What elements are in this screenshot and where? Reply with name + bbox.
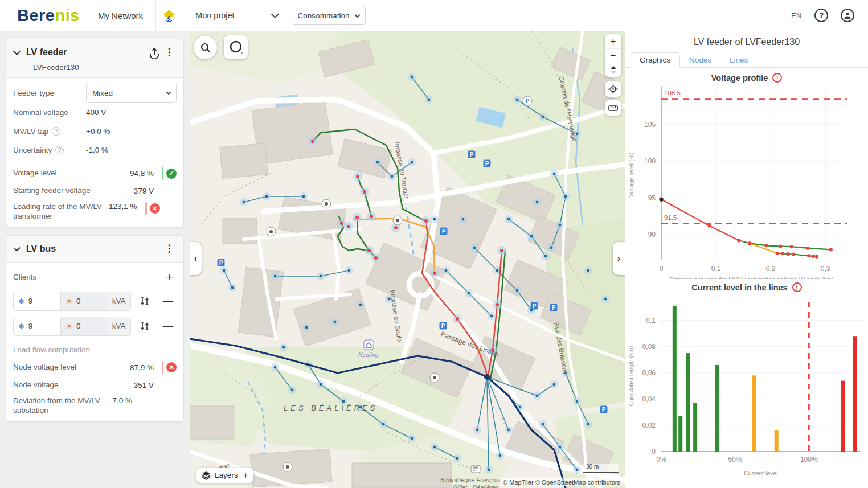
result-value: 351 V (134, 381, 154, 389)
app-logo[interactable]: Berenis (17, 6, 80, 25)
more-options-button[interactable]: ⋮ (162, 45, 177, 60)
collapse-chevron-icon[interactable] (13, 48, 21, 55)
collapse-left-panel-handle[interactable]: ‹ (190, 242, 202, 275)
load-flow-label: Load flow computation (13, 346, 177, 354)
map-scale-bar: 30 m (583, 464, 619, 473)
export-button[interactable] (147, 45, 162, 60)
svg-text:P: P (526, 98, 530, 104)
substation-home-button[interactable] (157, 4, 181, 27)
current-level-chart: 00,020,040,060,080,10%50%100%Current lev… (625, 292, 868, 480)
svg-text:LES BÉALIÈRES: LES BÉALIÈRES (284, 404, 378, 412)
kebab-icon: ⋮ (165, 247, 174, 251)
help-button[interactable]: ? (814, 9, 828, 22)
map-zoom-controls: + − (605, 34, 621, 77)
zoom-out-button[interactable]: − (605, 48, 621, 63)
mv-lv-substation-node[interactable] (484, 374, 490, 380)
feeder-type-value: Mixed (92, 89, 113, 97)
svg-text:P: P (533, 303, 537, 309)
client-settings-button[interactable] (139, 296, 150, 307)
zoom-in-button[interactable]: + (605, 34, 621, 48)
account-button[interactable] (841, 9, 854, 22)
svg-text:P: P (219, 260, 223, 266)
svg-text:50%: 50% (728, 456, 742, 464)
tab-graphics[interactable]: Graphics (630, 52, 680, 68)
status-error-icon: ✕ (150, 203, 160, 214)
result-row: Deviation from the MV/LV substation -7,0… (13, 394, 177, 416)
top-navbar: Berenis My Network Mon projet Consommati… (0, 0, 868, 31)
remove-client-button[interactable]: — (159, 320, 177, 332)
separator (155, 0, 156, 31)
feeder-type-select[interactable]: Mixed (86, 83, 177, 103)
help-icon[interactable]: ? (55, 146, 64, 154)
map-canvas[interactable]: PPPPPPPP P LES BÉALIÈRES Le R (190, 31, 625, 488)
svg-text:0: 0 (660, 265, 664, 273)
svg-text:Cumulated length (km): Cumulated length (km) (628, 346, 634, 406)
svg-text:108.5: 108.5 (664, 89, 681, 96)
language-switch[interactable]: EN (791, 11, 802, 20)
add-client-button[interactable]: + (163, 270, 177, 284)
svg-text:P: P (552, 305, 556, 311)
layers-label: Layers (215, 471, 238, 479)
result-value: 87,9 % (130, 363, 154, 372)
tilt-button[interactable] (605, 63, 621, 77)
current-level-title: Current level in the lines ! (625, 282, 868, 292)
summer-load-input[interactable] (76, 297, 100, 305)
result-label: Voltage level (13, 169, 130, 178)
result-row: Voltage level 94,8 % ✓ (13, 165, 177, 182)
locate-button[interactable] (605, 81, 621, 97)
result-row: Loading rate of the MV/LV transformer 12… (13, 200, 177, 222)
panel-tabs: Graphics Nodes Lines (625, 52, 868, 68)
result-label: Starting feeder voltage (13, 186, 134, 196)
search-icon (200, 42, 211, 54)
winter-load-input[interactable] (28, 322, 52, 330)
remove-client-button[interactable]: — (159, 295, 177, 307)
client-row: ❄ ☀ kVA — (13, 317, 177, 336)
winter-load-input[interactable] (28, 297, 52, 305)
svg-text:0,02: 0,02 (642, 421, 656, 429)
winter-load-icon: ❄ (18, 297, 25, 306)
help-icon[interactable]: ? (52, 127, 60, 136)
lv-bus-card: LV bus ⋮ Clients + ❄ ☀ kVA (6, 235, 184, 422)
user-icon (843, 11, 852, 20)
field-value: +0,0 % (86, 127, 110, 136)
tab-nodes[interactable]: Nodes (680, 53, 720, 67)
lv-feeder-header: LV feeder ⋮ LVFeeder130 (6, 39, 183, 78)
lv-feeder-title: LV feeder (26, 47, 147, 58)
measure-button[interactable] (605, 100, 621, 116)
svg-text:105: 105 (644, 121, 656, 129)
collapse-chevron-icon[interactable] (13, 244, 21, 252)
summer-load-input[interactable] (76, 322, 100, 330)
scenario-select[interactable]: Consommation (292, 6, 366, 25)
field-value: 400 V (86, 108, 106, 117)
more-options-button[interactable]: ⋮ (162, 241, 177, 256)
chevron-down-icon (354, 12, 360, 18)
map-search-button[interactable] (194, 36, 217, 59)
svg-text:0,04: 0,04 (642, 395, 656, 403)
svg-text:Gillet - Béalières: Gillet - Béalières (453, 484, 499, 488)
collapse-right-panel-handle[interactable]: › (613, 242, 625, 275)
project-selector[interactable]: Mon projet (195, 11, 278, 20)
field-label: MV/LV tap (13, 127, 48, 136)
nav-title: My Network (98, 11, 143, 20)
circle-draw-tool-button[interactable] (224, 35, 248, 59)
status-ok-icon: ✓ (166, 169, 177, 179)
svg-text:0: 0 (652, 448, 656, 456)
lv-bus-header: LV bus ⋮ (6, 236, 183, 263)
project-name: Mon projet (195, 11, 235, 20)
svg-text:Bibliothèque François: Bibliothèque François (440, 477, 501, 483)
field-label: Uncertainty (13, 146, 52, 154)
svg-text:0,06: 0,06 (642, 369, 656, 377)
svg-text:0%: 0% (656, 456, 666, 464)
layers-button[interactable]: Layers + (196, 468, 253, 483)
layers-icon (202, 471, 211, 480)
add-layer-button[interactable]: + (243, 470, 248, 481)
unit-label: kVA (107, 317, 130, 335)
result-value: 379 V (134, 187, 154, 195)
map-base-layer: PPPPPPPP P LES BÉALIÈRES Le R (190, 31, 625, 488)
field-row: Feeder type Mixed (13, 83, 177, 103)
client-settings-button[interactable] (139, 321, 150, 332)
status-bar (162, 167, 163, 180)
result-row: Node voltage 351 V (13, 376, 177, 394)
tab-lines[interactable]: Lines (720, 53, 757, 67)
field-label: Nominal voltage (13, 108, 86, 117)
